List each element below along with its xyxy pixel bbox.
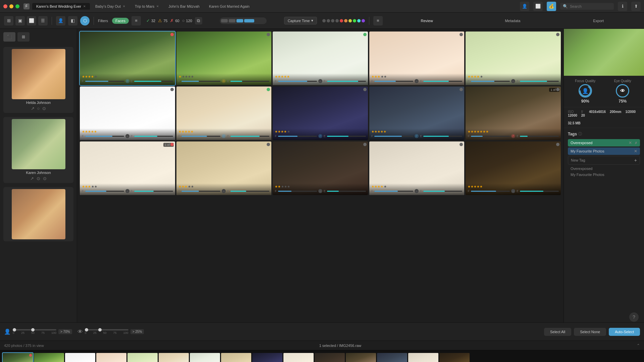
- filmstrip-thumb-2[interactable]: ★: [34, 353, 64, 362]
- tag-suggestion-favourite[interactable]: My Favourite Photos: [568, 172, 640, 178]
- tags-info-icon[interactable]: ⓘ: [578, 131, 582, 136]
- color-dot-gray-2[interactable]: [327, 19, 330, 22]
- tab-metadata-toolbar[interactable]: Metadata: [471, 17, 554, 24]
- filmstrip-thumb-11[interactable]: ★★★: [315, 353, 345, 362]
- tag-item-my-favourite[interactable]: My Favourite Photos ✕: [568, 147, 640, 155]
- filmstrip-thumb-9[interactable]: ★★★★★: [252, 353, 282, 362]
- face-range-thumb-right[interactable]: [31, 328, 35, 331]
- auto-select-button[interactable]: Auto-Select: [609, 328, 640, 336]
- minimize-button[interactable]: [9, 4, 13, 8]
- tab-karens-wedding[interactable]: Karen's Best Wedding Ever ✕: [32, 3, 90, 10]
- sidebar-single-view-btn[interactable]: ⬛: [3, 32, 15, 42]
- filmstrip-thumb-1[interactable]: ★★★★: [3, 353, 33, 362]
- tag-close-my-favourite[interactable]: ✕: [634, 149, 637, 154]
- tab-close-icon[interactable]: ✕: [123, 5, 125, 8]
- currency-icon[interactable]: 💰: [547, 2, 556, 11]
- face-card-unknown[interactable]: [3, 187, 73, 241]
- tag-close-overexposed[interactable]: ✕: [629, 140, 632, 145]
- photo-cell-4[interactable]: ★★★★★ F ○ E: [369, 32, 465, 85]
- filter-options-icon[interactable]: ≡: [131, 16, 141, 25]
- filmstrip-thumb-4[interactable]: ★★★: [96, 353, 126, 362]
- close-button[interactable]: [3, 4, 7, 8]
- photo-cell-5[interactable]: ★★★★★ F ○ E: [466, 32, 561, 85]
- search-input[interactable]: [570, 4, 610, 8]
- help-button[interactable]: ?: [629, 312, 639, 322]
- warning-badge[interactable]: ⚠ 75: [158, 18, 167, 23]
- face-share-icon[interactable]: ↗: [31, 106, 35, 111]
- filmstrip-thumb-3[interactable]: ★★★: [65, 353, 95, 362]
- tab-review-toolbar[interactable]: Review: [385, 17, 469, 24]
- color-dot-green[interactable]: [353, 19, 356, 22]
- color-dot-red[interactable]: [340, 19, 343, 22]
- color-dot-gray-3[interactable]: [331, 19, 334, 22]
- new-tag-add-icon[interactable]: +: [634, 158, 637, 163]
- eye-range-thumb-left[interactable]: [85, 328, 88, 331]
- compare-view-icon[interactable]: ⬜: [27, 16, 36, 25]
- tag-suggestion-overexposed[interactable]: Overexposed: [568, 166, 640, 172]
- filmstrip-thumb-13[interactable]: ★★★: [377, 353, 407, 362]
- filters-button[interactable]: Filters: [98, 19, 108, 23]
- color-dot-orange[interactable]: [344, 19, 347, 22]
- filmstrip-thumb-6[interactable]: ★★★★★: [159, 353, 189, 362]
- photo-cell-10[interactable]: 1 of 3 ★★★★★★★ F ✗ E: [466, 86, 561, 140]
- new-tag-row[interactable]: New Tag +: [568, 156, 640, 165]
- selected-badge[interactable]: ✓ 32: [146, 18, 155, 23]
- color-dot-yellow[interactable]: [348, 19, 352, 22]
- photo-cell-2[interactable]: ★★★★★ F ⚠ E: [176, 32, 272, 85]
- photo-cell-15[interactable]: ★★★★★ F ○ E: [466, 141, 561, 195]
- panel-options-icon[interactable]: ≡: [373, 16, 383, 25]
- face-range-track[interactable]: [13, 329, 56, 330]
- rejected-badge[interactable]: ✗ 60: [170, 18, 179, 23]
- filmstrip-thumb-12[interactable]: ★★: [346, 353, 376, 362]
- person-filter-icon[interactable]: 👤: [56, 16, 65, 25]
- tag-x-overexposed[interactable]: ✗: [635, 141, 637, 145]
- tab-export-toolbar[interactable]: Export: [557, 17, 640, 24]
- expand-icon[interactable]: ⌃: [637, 343, 640, 348]
- list-view-icon[interactable]: ☰: [38, 16, 48, 25]
- person-icon[interactable]: 👤: [520, 2, 529, 11]
- filmstrip-thumb-7[interactable]: ★★★★★: [190, 353, 220, 362]
- face-card-helda[interactable]: Helda Johnson ↗ ○ ⊙: [3, 47, 73, 113]
- face-tag-icon-2[interactable]: ⊙: [43, 176, 47, 181]
- select-none-button[interactable]: Select None: [574, 328, 606, 336]
- tab-trip-to-mars[interactable]: Trip to Mars ✕: [131, 3, 163, 10]
- overlay-icon[interactable]: ◧: [68, 16, 77, 25]
- select-all-button[interactable]: Select All: [544, 328, 571, 336]
- maximize-button[interactable]: [15, 4, 19, 8]
- tab-close-icon[interactable]: ✕: [156, 5, 159, 8]
- tab-babys-day-out[interactable]: Baby's Day Out ✕: [91, 3, 129, 10]
- filmstrip-thumb-10[interactable]: ★★★★★: [283, 353, 314, 362]
- copy-icon[interactable]: ⧉: [195, 17, 202, 24]
- tag-item-overexposed[interactable]: Overexposed ✕ ✗: [568, 139, 640, 146]
- photo-cell-6[interactable]: ★★★★★ F ○ E: [80, 86, 175, 140]
- filmstrip-thumb-8[interactable]: ★★★★: [221, 353, 251, 362]
- compare-icon[interactable]: ⬜: [533, 2, 543, 11]
- face-range-thumb-left[interactable]: [13, 328, 16, 331]
- capture-time-button[interactable]: Capture Time ▾: [284, 17, 317, 24]
- face-tag-icon[interactable]: ⊙: [42, 106, 46, 111]
- grid-view-icon[interactable]: ⊞: [4, 16, 13, 25]
- face-share-icon-2[interactable]: ↗: [30, 176, 34, 181]
- photo-cell-9[interactable]: ★★★★★ F ✓ E: [369, 86, 465, 140]
- tab-johns-bar[interactable]: John's Bar Mitzvah: [164, 3, 204, 10]
- color-dot-purple[interactable]: [362, 19, 365, 22]
- color-dot-gray-4[interactable]: [335, 19, 339, 22]
- eye-range-track[interactable]: [85, 329, 128, 330]
- photo-cell-14[interactable]: ★★★★★ F ○ E: [369, 141, 465, 195]
- sidebar-grid-view-btn[interactable]: ⊞: [17, 32, 30, 42]
- tab-karen-married[interactable]: Karen Got Married Again: [205, 3, 254, 10]
- face-card-karen[interactable]: Karen Johnson ↗ ⊙ ⊙: [3, 117, 73, 183]
- photo-cell-11[interactable]: 1 of 7 ★★★★★ F ○ E: [80, 141, 175, 195]
- photo-cell-8[interactable]: ★★★★★ F ✓ E: [273, 86, 368, 140]
- info-icon[interactable]: ℹ: [618, 2, 627, 11]
- badge-icon[interactable]: ⬡: [80, 16, 90, 25]
- color-dot-teal[interactable]: [357, 19, 361, 22]
- color-dot-gray-1[interactable]: [322, 19, 326, 22]
- filmstrip-thumb-5[interactable]: ★★★★: [127, 353, 158, 362]
- eye-range-thumb-right[interactable]: [98, 328, 102, 331]
- filmstrip-thumb-15[interactable]: ★★★★: [439, 353, 470, 362]
- split-view-icon[interactable]: ▣: [15, 16, 25, 25]
- photo-cell-12[interactable]: ★★★★★ F ○ E: [176, 141, 272, 195]
- photo-cell-13[interactable]: ★★★★★ F ○ E: [273, 141, 368, 195]
- photo-cell-1[interactable]: ★★★★★ F ✓ E: [80, 32, 175, 85]
